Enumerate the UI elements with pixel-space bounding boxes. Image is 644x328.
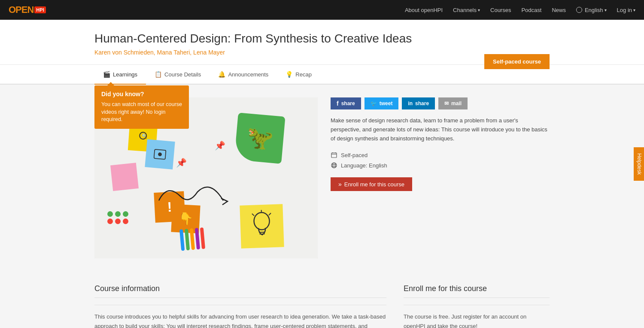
linkedin-share-button[interactable]: in share [402, 97, 435, 109]
tooltip-popup: Did you know? You can watch most of our … [94, 85, 189, 129]
language-icon [331, 162, 337, 169]
twitter-icon: 🐦 [371, 100, 377, 106]
svg-rect-10 [331, 153, 337, 158]
logo[interactable]: OPEN HPI [9, 4, 46, 15]
mail-share-button[interactable]: ✉ mail [438, 97, 468, 109]
tab-learnings[interactable]: 🎬 Learnings [94, 65, 146, 85]
svg-line-9 [269, 213, 271, 215]
navigation: OPEN HPI About openHPI Channels Courses … [0, 0, 644, 20]
nav-about[interactable]: About openHPI [405, 6, 443, 13]
svg-point-3 [158, 152, 162, 156]
tooltip-body: You can watch most of our course videos … [101, 101, 182, 124]
calendar-icon [331, 152, 337, 158]
tab-announcements[interactable]: 🔔 Announcements [210, 65, 277, 85]
recap-icon: 💡 [286, 71, 293, 78]
sticky-pink [110, 163, 139, 191]
enroll-section: Enroll me for this course The course is … [404, 284, 550, 328]
nav-news[interactable]: News [552, 6, 566, 13]
nav-language[interactable]: English [576, 7, 607, 13]
tab-course-details[interactable]: 📋 Course Details [146, 65, 210, 85]
mail-icon: ✉ [444, 100, 449, 106]
enroll-divider [404, 305, 550, 305]
course-sidebar: f share 🐦 tweet in share ✉ mail Make sen… [331, 97, 550, 258]
nav-channels[interactable]: Channels [453, 7, 480, 13]
logo-open: OPEN [9, 4, 33, 15]
twitter-share-button[interactable]: 🐦 tweet [365, 97, 399, 109]
learnings-icon: 🎬 [103, 71, 110, 78]
svg-point-4 [254, 212, 270, 230]
enroll-text: The course is free. Just register for an… [404, 312, 550, 328]
colored-dots [107, 211, 129, 224]
svg-line-8 [252, 214, 254, 216]
pin-red: 📌 [176, 158, 187, 168]
green-dino: 🦖 [234, 112, 285, 164]
course-info-text: This course introduces you to helpful sk… [94, 312, 386, 328]
tab-recap[interactable]: 💡 Recap [277, 65, 320, 85]
nav-courses[interactable]: Courses [490, 6, 511, 13]
course-meta: Self-paced Language: English [331, 152, 550, 169]
sticky-lightbulb [240, 204, 284, 248]
nav-login[interactable]: Log in [617, 7, 635, 13]
divider [94, 305, 386, 305]
course-description: Make sense of design research data, lear… [331, 116, 550, 143]
self-paced-badge[interactable]: Self-paced course [484, 54, 550, 69]
course-info-title: Course information [94, 284, 386, 298]
pin-blue: 📌 [215, 140, 225, 151]
course-info-section: Course information This course introduce… [94, 284, 386, 328]
meta-pace: Self-paced [331, 152, 550, 158]
enroll-button-small[interactable]: Enroll me for this course [331, 177, 412, 191]
sticky-blue [145, 139, 175, 169]
scribble-arrow [155, 175, 240, 209]
share-buttons: f share 🐦 tweet in share ✉ mail [331, 97, 550, 109]
nav-links: About openHPI Channels Courses Podcast N… [405, 6, 635, 13]
announcements-icon: 🔔 [218, 71, 225, 78]
meta-language: Language: English [331, 162, 550, 169]
facebook-share-button[interactable]: f share [331, 97, 361, 109]
svg-point-15 [333, 163, 335, 168]
tooltip-title: Did you know? [101, 91, 182, 97]
helpdesk-button[interactable]: Helpdesk [634, 147, 644, 181]
linkedin-icon: in [408, 100, 413, 106]
enroll-title: Enroll me for this course [404, 284, 550, 298]
bottom-section: Course information This course introduce… [0, 271, 644, 328]
markers [179, 228, 205, 251]
course-title: Human-Centered Design: From Synthesis to… [94, 32, 550, 46]
nav-podcast[interactable]: Podcast [521, 6, 541, 13]
facebook-icon: f [337, 100, 339, 107]
globe-icon [576, 7, 582, 13]
course-details-icon: 📋 [155, 71, 162, 78]
svg-point-14 [331, 163, 337, 168]
svg-text:🔍: 🔍 [141, 133, 147, 139]
course-authors: Karen von Schmieden, Mana Taheri, Lena M… [94, 49, 550, 56]
logo-hpi: HPI [34, 6, 46, 13]
